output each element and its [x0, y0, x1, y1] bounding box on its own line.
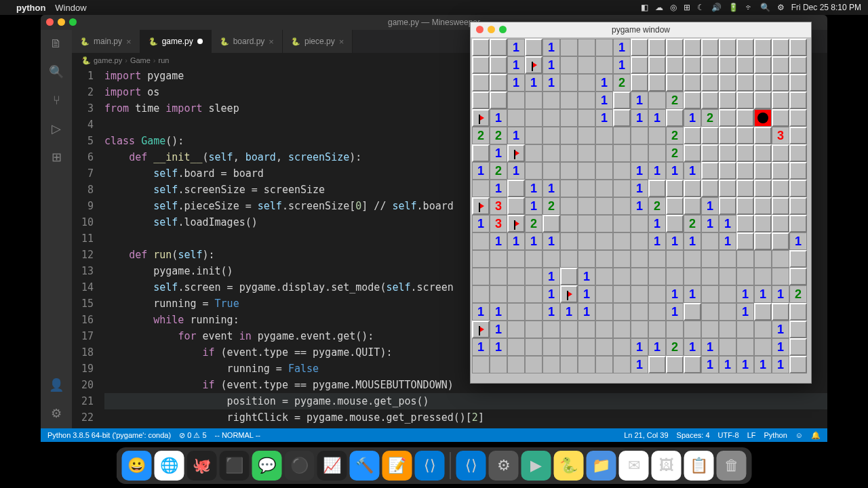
- minesweeper-cell[interactable]: [631, 144, 648, 162]
- minesweeper-cell[interactable]: [701, 39, 719, 56]
- minesweeper-cell[interactable]: 1: [666, 162, 684, 180]
- minesweeper-cell[interactable]: [542, 250, 560, 268]
- minesweeper-cell[interactable]: [736, 127, 754, 144]
- minesweeper-cell[interactable]: [648, 144, 666, 162]
- minesweeper-cell[interactable]: [578, 180, 595, 197]
- minesweeper-cell[interactable]: [789, 92, 807, 109]
- minesweeper-cell[interactable]: 1: [542, 285, 560, 303]
- breadcrumb-segment[interactable]: game.py: [94, 56, 122, 64]
- minesweeper-cell[interactable]: 1: [525, 232, 542, 250]
- minesweeper-cell[interactable]: [648, 356, 666, 373]
- minesweeper-cell[interactable]: [595, 321, 613, 338]
- minesweeper-cell[interactable]: [631, 303, 648, 321]
- minesweeper-cell[interactable]: 1: [719, 232, 736, 250]
- dock-app-trash[interactable]: 🗑: [717, 451, 747, 481]
- minesweeper-cell[interactable]: 1: [648, 109, 666, 127]
- minesweeper-cell[interactable]: [754, 127, 772, 144]
- minesweeper-cell[interactable]: [595, 356, 613, 373]
- minesweeper-cell[interactable]: 1: [542, 56, 560, 74]
- explorer-icon[interactable]: 🗎: [48, 35, 64, 52]
- tray-icon[interactable]: 🔊: [711, 3, 722, 12]
- minesweeper-cell[interactable]: [736, 268, 754, 285]
- minesweeper-cell[interactable]: [772, 39, 789, 56]
- minesweeper-cell[interactable]: 1: [578, 303, 595, 321]
- minesweeper-cell[interactable]: 1: [684, 338, 701, 356]
- minesweeper-cell[interactable]: [789, 74, 807, 92]
- minesweeper-cell[interactable]: 1: [736, 285, 754, 303]
- minesweeper-cell[interactable]: [490, 56, 507, 74]
- minesweeper-cell[interactable]: 1: [648, 162, 666, 180]
- minesweeper-cell[interactable]: 1: [507, 162, 525, 180]
- minesweeper-cell[interactable]: 2: [490, 162, 507, 180]
- minesweeper-cell[interactable]: [613, 127, 631, 144]
- minesweeper-cell[interactable]: [472, 109, 490, 127]
- minesweeper-cell[interactable]: [719, 127, 736, 144]
- minesweeper-cell[interactable]: [560, 56, 578, 74]
- minesweeper-cell[interactable]: [613, 197, 631, 215]
- minesweeper-cell[interactable]: [595, 197, 613, 215]
- minesweeper-cell[interactable]: [736, 74, 754, 92]
- minesweeper-cell[interactable]: [560, 74, 578, 92]
- minesweeper-cell[interactable]: [648, 74, 666, 92]
- minesweeper-cell[interactable]: [754, 215, 772, 232]
- minesweeper-cell[interactable]: [525, 144, 542, 162]
- dock-app-xcode[interactable]: 🔨: [350, 451, 380, 481]
- minesweeper-cell[interactable]: [736, 162, 754, 180]
- minesweeper-cell[interactable]: [507, 92, 525, 109]
- minesweeper-cell[interactable]: [472, 285, 490, 303]
- minesweeper-cell[interactable]: [789, 56, 807, 74]
- minesweeper-cell[interactable]: [754, 56, 772, 74]
- minesweeper-cell[interactable]: 1: [507, 39, 525, 56]
- minesweeper-cell[interactable]: [525, 127, 542, 144]
- minesweeper-cell[interactable]: 2: [684, 215, 701, 232]
- minesweeper-cell[interactable]: 1: [684, 232, 701, 250]
- minesweeper-cell[interactable]: [560, 197, 578, 215]
- menubar-item-window[interactable]: Window: [55, 3, 86, 13]
- minesweeper-cell[interactable]: 1: [525, 74, 542, 92]
- minesweeper-cell[interactable]: 1: [542, 180, 560, 197]
- minesweeper-cell[interactable]: [525, 268, 542, 285]
- minesweeper-cell[interactable]: [595, 215, 613, 232]
- minesweeper-cell[interactable]: [736, 197, 754, 215]
- minesweeper-cell[interactable]: [754, 74, 772, 92]
- minesweeper-cell[interactable]: [719, 268, 736, 285]
- minesweeper-cell[interactable]: 2: [789, 285, 807, 303]
- tray-icon[interactable]: ☾: [697, 3, 705, 12]
- minesweeper-cell[interactable]: [648, 250, 666, 268]
- search-icon[interactable]: 🔍: [48, 64, 64, 80]
- minesweeper-cell[interactable]: [789, 268, 807, 285]
- minesweeper-cell[interactable]: [472, 39, 490, 56]
- minesweeper-cell[interactable]: [754, 92, 772, 109]
- minesweeper-cell[interactable]: 2: [542, 197, 560, 215]
- tray-icon[interactable]: ◧: [641, 3, 648, 12]
- breadcrumb-segment[interactable]: Game: [130, 56, 151, 64]
- minesweeper-cell[interactable]: 1: [631, 338, 648, 356]
- minesweeper-cell[interactable]: [613, 356, 631, 373]
- minesweeper-cell[interactable]: [542, 338, 560, 356]
- minesweeper-cell[interactable]: [736, 338, 754, 356]
- dock-app-activity[interactable]: 📈: [317, 451, 347, 481]
- minesweeper-cell[interactable]: 1: [772, 356, 789, 373]
- minesweeper-cell[interactable]: [472, 144, 490, 162]
- menubar-app-name[interactable]: python: [16, 3, 45, 13]
- minesweeper-cell[interactable]: [736, 321, 754, 338]
- minesweeper-cell[interactable]: [578, 356, 595, 373]
- minesweeper-cell[interactable]: [754, 321, 772, 338]
- minesweeper-cell[interactable]: [772, 56, 789, 74]
- tab-game-py[interactable]: 🐍game.py: [140, 30, 212, 53]
- code-line[interactable]: rightClick = pygame.mouse.get_pressed()[…: [104, 409, 827, 426]
- gear-icon[interactable]: ⚙: [48, 405, 64, 422]
- minesweeper-cell[interactable]: 1: [542, 232, 560, 250]
- minesweeper-cell[interactable]: [772, 144, 789, 162]
- tray-icon[interactable]: ☁: [655, 3, 663, 12]
- minesweeper-cell[interactable]: 2: [525, 215, 542, 232]
- minesweeper-cell[interactable]: [701, 56, 719, 74]
- minesweeper-cell[interactable]: [595, 180, 613, 197]
- minesweeper-cell[interactable]: [789, 162, 807, 180]
- minesweeper-cell[interactable]: [613, 215, 631, 232]
- minesweeper-cell[interactable]: [684, 39, 701, 56]
- minesweeper-cell[interactable]: [472, 321, 490, 338]
- minesweeper-cell[interactable]: 1: [631, 162, 648, 180]
- minesweeper-cell[interactable]: [578, 197, 595, 215]
- minesweeper-cell[interactable]: [560, 92, 578, 109]
